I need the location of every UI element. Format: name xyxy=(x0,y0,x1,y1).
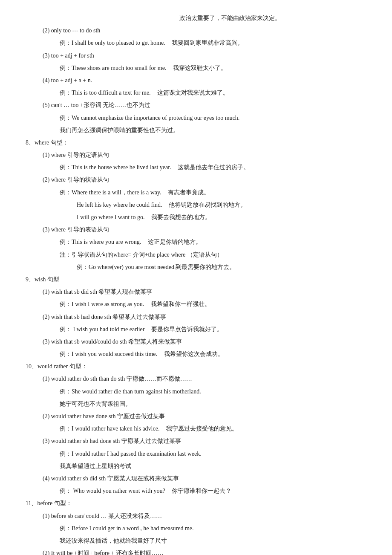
section-9-1-example: 例：I wish I were as strong as you. 我希望和你一… xyxy=(60,299,366,309)
section-8-title: 8、where 句型： xyxy=(26,137,366,148)
section-9-2-title: (2) wish that sb had done sth 希望某人过去做某事 xyxy=(43,314,166,320)
section-10-4-title: (4) would rather sb did sth 宁愿某人现在或将来做某事 xyxy=(43,475,179,482)
section-10-2-example: 例：I would rather have taken his advice. … xyxy=(60,423,366,434)
section-10-1-example-cn: 她宁可死也不去背叛祖国。 xyxy=(60,401,131,407)
section-10-4-example: 例： Who would you rather went with you? 你… xyxy=(60,486,366,496)
section-5-cn: 我们再怎么强调保护眼睛的重要性也不为过。 xyxy=(60,125,366,136)
section-11-1-title: (1) before sb can/ could … 某人还没来得及…… xyxy=(43,513,162,519)
section-9-1-title: (1) wish that sb did sth 希望某人现在做某事 xyxy=(43,289,152,295)
section-4-title: (4) too + adj + a + n. xyxy=(43,77,92,84)
page-content: 政治太重要了，不能由政治家来决定。 (2) only too --- to do… xyxy=(26,13,366,555)
section-10-label: 10、would rather 句型： xyxy=(26,363,87,370)
section-11-1: (1) before sb can/ could … 某人还没来得及…… xyxy=(43,511,366,521)
section-10-1-title: (1) would rather do sth than do sth 宁愿做…… xyxy=(43,376,192,382)
section-10-3-ex-cn: 我真希望通过上星期的考试 xyxy=(60,461,366,471)
section-10-3-example-cn: 我真希望通过上星期的考试 xyxy=(60,463,131,469)
section-3-example: 例：These shoes are much too small for me.… xyxy=(60,63,366,73)
section-9-3-ex-en: 例：I wish you would succeed this time. xyxy=(60,351,157,357)
section-10-3-title: (3) would rather sb had done sth 宁愿某人过去做… xyxy=(43,438,181,444)
section-8-2-ex3: I will go where I want to go. 我要去我想去的地方。 xyxy=(77,212,366,223)
section-11-1-ex-en: 例：Before I could get in a word , he had … xyxy=(60,523,366,534)
section-10-2-title: (2) would rather have done sth 宁愿过去做过某事 xyxy=(43,413,165,419)
section-10-3-ex-en: 例：I would rather I had passed the examin… xyxy=(60,448,366,459)
section-11-label: 11、before 句型： xyxy=(26,500,72,506)
section-8-3-example: 例：This is where you are wrong. 这正是你错的地方。 xyxy=(60,237,366,247)
section-5-ex-en: 例：We cannot emphasize the importance of … xyxy=(60,115,239,121)
section-11-1-example-en: 例：Before I could get in a word , he had … xyxy=(60,525,194,532)
section-8-1-ex-cn: 这就是他去年住过的房子。 xyxy=(178,164,249,171)
section-3-ex-cn: 我穿这双鞋太小了。 xyxy=(173,65,227,71)
section-8-2-ex2-en: He left his key where he could find. xyxy=(77,202,162,208)
section-8-2-title: (2) where 引导的状语从句 xyxy=(43,176,109,183)
section-8-2: (2) where 引导的状语从句 xyxy=(43,174,366,185)
section-10-1-ex-en: 例：She would rather die than turn against… xyxy=(60,386,366,397)
section-10-3-example-en: 例：I would rather I had passed the examin… xyxy=(60,451,202,457)
section-9-3: (3) wish that sb would/could do sth 希望某人… xyxy=(43,336,366,347)
section-3-ex-en: 例：These shoes are much too small for me. xyxy=(60,65,166,71)
section-10-1: (1) would rather do sth than do sth 宁愿做…… xyxy=(43,373,366,384)
section-8-3-note-text: 注：引导状语从句的where= 介词+the place where （定语从句… xyxy=(60,251,223,258)
section-8-1: (1) where 引导的定语从句 xyxy=(43,150,366,160)
section-10-2-ex-en: 例：I would rather have taken his advice. xyxy=(60,425,159,432)
section-5-ex-cn: 我们再怎么强调保护眼睛的重要性也不为过。 xyxy=(60,127,179,133)
section-9-2-ex-cn: 要是你早点告诉我就好了。 xyxy=(151,326,223,332)
section-8-1-title: (1) where 引导的定语从句 xyxy=(43,152,109,158)
section-2-ex-cn: 我要回到家里就非常高兴。 xyxy=(172,40,243,46)
section-8-2-ex2: He left his key where he could find. 他将钥… xyxy=(77,199,366,210)
section-2-title: (2) only too --- to do sth xyxy=(43,27,100,34)
section-9-1-ex-cn: 我希望和你一样强壮。 xyxy=(151,301,210,307)
section-4-ex-en: 例：This is too difficult a text for me. xyxy=(60,90,151,96)
section-5: (5) can't … too +形容词 无论……也不为过 xyxy=(43,100,366,110)
section-9-2: (2) wish that sb had done sth 希望某人过去做某事 xyxy=(43,312,366,322)
section-2: (2) only too --- to do sth xyxy=(43,25,366,36)
section-8-3-note: 注：引导状语从句的where= 介词+the place where （定语从句… xyxy=(60,249,366,260)
section-3-title: (3) too + adj + for sth xyxy=(43,52,94,59)
section-11-2: (2) It will be +时间+ before + 还有多长时间…… xyxy=(43,548,366,555)
section-9-1: (1) wish that sb did sth 希望某人现在做某事 xyxy=(43,286,366,297)
section-10-2-ex-cn: 我宁愿过去接受他的意见。 xyxy=(166,425,238,432)
section-11-2-title: (2) It will be +时间+ before + 还有多长时间…… xyxy=(43,550,164,555)
section-9-2-ex-en: 例： I wish you had told me earlier xyxy=(60,326,144,332)
header-line: 政治太重要了，不能由政治家来决定。 xyxy=(94,13,366,23)
section-10-4: (4) would rather sb did sth 宁愿某人现在或将来做某事 xyxy=(43,473,366,484)
section-9-3-example: 例：I wish you would succeed this time. 我希… xyxy=(60,349,366,359)
section-9-label: 9、wish 句型 xyxy=(26,276,59,283)
section-9-3-ex-cn: 我希望你这次会成功。 xyxy=(164,351,224,357)
section-4-ex-cn: 这篇课文对我来说太难了。 xyxy=(157,90,229,96)
section-8-2-ex1-en: 例：Where there is a will，there is a way. xyxy=(60,189,161,196)
section-8-2-ex3-cn: 我要去我想去的地方。 xyxy=(151,214,211,220)
section-8-3-note-ex-text: 例：Go where(ver) you are most needed.到最需要… xyxy=(77,264,235,270)
section-4-example: 例：This is too difficult a text for me. 这… xyxy=(60,87,366,98)
section-5-title: (5) can't … too +形容词 无论……也不为过 xyxy=(43,102,150,108)
section-10-3: (3) would rather sb had done sth 宁愿某人过去做… xyxy=(43,436,366,446)
section-9-title: 9、wish 句型 xyxy=(26,274,366,285)
header-text: 政治太重要了，不能由政治家来决定。 xyxy=(179,15,281,21)
section-10-4-ex-cn: 你宁愿谁和你一起去？ xyxy=(172,488,231,494)
section-3: (3) too + adj + for sth xyxy=(43,50,366,61)
section-4: (4) too + adj + a + n. xyxy=(43,75,366,86)
section-9-2-example: 例： I wish you had told me earlier 要是你早点告… xyxy=(60,324,366,335)
section-8-3: (3) where 引导的表语从句 xyxy=(43,224,366,235)
section-9-1-ex-en: 例：I wish I were as strong as you. xyxy=(60,301,144,307)
section-2-ex-en: 例：I shall be only too pleased to get hom… xyxy=(60,40,165,46)
section-8-1-example: 例：This is the house where he lived last … xyxy=(60,162,366,173)
section-10-1-ex-cn: 她宁可死也不去背叛祖国。 xyxy=(60,399,366,409)
section-10-4-ex-en: 例： Who would you rather went with you? xyxy=(60,488,165,494)
section-11-1-ex-cn: 我还没来得及插话，他就给我量好了尺寸 xyxy=(60,535,366,546)
section-2-example: 例：I shall be only too pleased to get hom… xyxy=(60,38,366,48)
section-8-2-ex2-cn: 他将钥匙放在易找到的地方。 xyxy=(169,202,246,208)
section-8-3-title: (3) where 引导的表语从句 xyxy=(43,226,109,233)
section-11-1-example-cn: 我还没来得及插话，他就给我量好了尺寸 xyxy=(60,538,167,544)
section-8-1-ex-en: 例：This is the house where he lived last … xyxy=(60,164,171,171)
section-8-2-ex3-en: I will go where I want to go. xyxy=(77,214,144,220)
section-8-3-ex-cn: 这正是你错的地方。 xyxy=(148,239,202,245)
section-8-2-ex1-cn: 有志者事竟成。 xyxy=(168,189,210,196)
section-5-example: 例：We cannot emphasize the importance of … xyxy=(60,113,366,123)
section-10-title: 10、would rather 句型： xyxy=(26,361,366,372)
section-9-3-title: (3) wish that sb would/could do sth 希望某人… xyxy=(43,338,182,345)
section-8-2-ex1: 例：Where there is a will，there is a way. … xyxy=(60,187,366,198)
section-8-label: 8、where 句型： xyxy=(26,139,69,146)
section-8-3-ex-en: 例：This is where you are wrong. xyxy=(60,239,141,245)
section-8-3-note-ex: 例：Go where(ver) you are most needed.到最需要… xyxy=(77,262,366,272)
section-11-title: 11、before 句型： xyxy=(26,498,366,509)
